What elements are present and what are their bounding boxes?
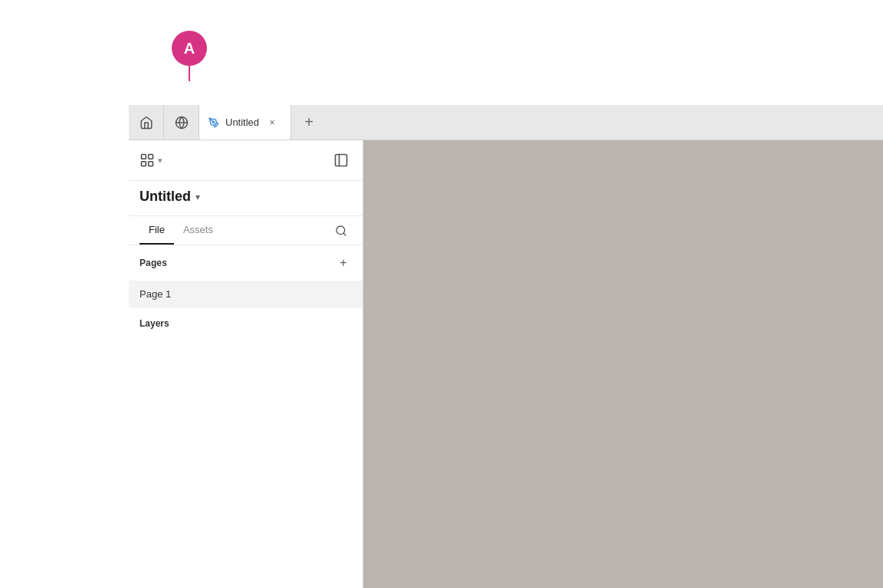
svg-rect-3 [142, 155, 146, 159]
pages-section-header: Pages + [129, 245, 363, 281]
panel-tabs: File Assets [129, 216, 363, 245]
add-page-button[interactable]: + [335, 255, 352, 271]
svg-point-2 [212, 121, 214, 123]
tab-bar: Untitled × + [129, 105, 883, 140]
canvas-area[interactable] [363, 140, 883, 588]
tab-home-button[interactable] [129, 105, 164, 140]
grid-icon [140, 153, 155, 168]
panel-logo-button[interactable]: ▾ [140, 153, 162, 168]
avatar-stem [189, 66, 190, 81]
tab-close-button[interactable]: × [265, 116, 279, 130]
svg-rect-7 [336, 155, 347, 166]
svg-rect-4 [149, 155, 153, 159]
tab-file[interactable]: File [140, 216, 174, 245]
sidebar-icon [333, 153, 349, 168]
file-title-row: Untitled ▾ [129, 181, 363, 216]
layers-section-header: Layers [129, 307, 363, 337]
globe-icon [175, 116, 189, 130]
active-tab-label: Untitled [225, 117, 259, 128]
sidebar-toggle-button[interactable] [330, 149, 352, 171]
avatar-container: A [172, 31, 207, 81]
file-title-button[interactable]: Untitled ▾ [140, 189, 352, 205]
svg-rect-6 [149, 162, 153, 166]
pages-section-title: Pages [140, 258, 167, 268]
tab-add-icon: + [304, 113, 313, 131]
file-title-text: Untitled [140, 189, 191, 205]
left-panel: ▾ Untitled ▾ File Assets P [129, 140, 363, 588]
tab-add-button[interactable]: + [291, 105, 327, 140]
avatar[interactable]: A [172, 31, 207, 66]
tab-file-icon [208, 117, 219, 128]
panel-logo-chevron: ▾ [158, 156, 162, 166]
layers-section-title: Layers [140, 318, 169, 329]
page-1-item[interactable]: Page 1 [129, 281, 363, 307]
active-tab[interactable]: Untitled × [199, 105, 291, 140]
file-title-chevron: ▾ [195, 192, 200, 202]
tab-globe-button[interactable] [164, 105, 199, 140]
panel-header: ▾ [129, 140, 363, 181]
home-icon [140, 116, 153, 130]
panel-search-button[interactable] [330, 220, 352, 241]
tab-assets[interactable]: Assets [174, 216, 222, 245]
panel-tabs-left: File Assets [140, 216, 222, 245]
svg-line-10 [343, 233, 346, 235]
search-icon [335, 225, 347, 237]
svg-rect-5 [142, 162, 146, 166]
